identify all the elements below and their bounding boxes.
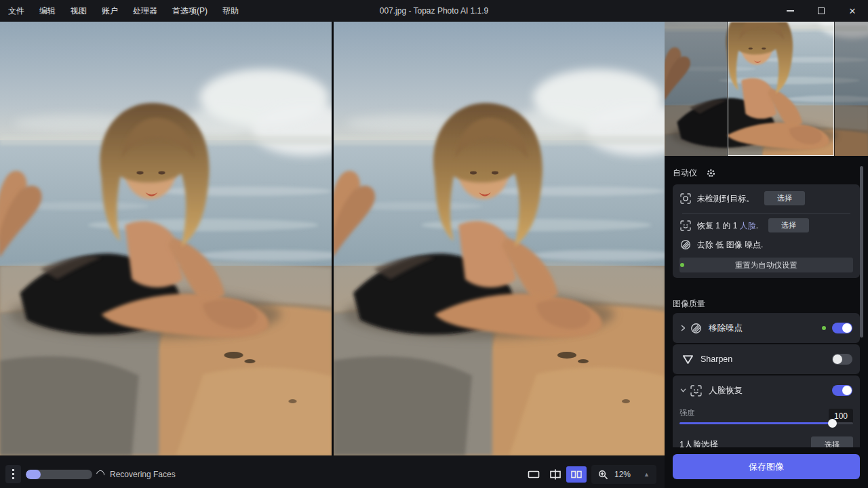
menu-processor[interactable]: 处理器 (133, 5, 157, 17)
progress-bar (26, 470, 92, 479)
noise-removal-row: 去除 低 图像 噪点. (680, 236, 854, 253)
minimize-icon (787, 10, 794, 12)
menu-file[interactable]: 文件 (8, 5, 24, 17)
preview-area (0, 22, 665, 455)
remove-noise-label: 移除噪点 (709, 323, 743, 334)
autopilot-title: 自动仪 (673, 167, 697, 179)
before-image (0, 22, 332, 455)
select-faces-button[interactable]: 选择 (768, 218, 809, 232)
divider (682, 213, 850, 214)
zoom-dropdown-caret-icon[interactable]: ▲ (644, 471, 650, 478)
noise-icon (680, 239, 691, 250)
sharpen-card[interactable]: Sharpen (673, 344, 860, 374)
noise-icon (690, 323, 702, 334)
sharpen-label: Sharpen (701, 354, 732, 364)
after-image-panel[interactable] (334, 22, 665, 455)
close-icon: ✕ (849, 7, 856, 16)
view-single-button[interactable] (524, 466, 544, 483)
subject-detect-icon (680, 193, 691, 204)
menu-account[interactable]: 账户 (102, 5, 118, 17)
face-recovery-row: 恢复 1 的 1 人脸. 选择 (680, 217, 854, 235)
right-sidebar: 自动仪 未检测到目标。 选择 恢复 1 的 1 人脸. 选择 (665, 22, 868, 488)
maximize-icon (818, 7, 825, 14)
save-area: 保存图像 (665, 447, 868, 488)
sidebar-scrollbar[interactable] (860, 166, 863, 338)
chevron-right-icon[interactable] (680, 325, 686, 331)
thumbnail-dim-left (665, 22, 728, 156)
select-subject-button[interactable]: 选择 (764, 191, 805, 205)
autopilot-header: 自动仪 (673, 167, 716, 179)
sharpen-toggle[interactable] (832, 354, 852, 365)
menu-edit[interactable]: 编辑 (39, 5, 56, 17)
subject-detection-row: 未检测到目标。 选择 (680, 190, 854, 207)
zoom-control[interactable]: 12% ▲ (591, 465, 656, 484)
zoom-in-icon (598, 470, 608, 480)
save-image-button[interactable]: 保存图像 (673, 454, 860, 479)
noise-level-text: 去除 低 图像 噪点. (697, 239, 763, 251)
close-button[interactable]: ✕ (837, 0, 868, 22)
thumbnail-viewport-box[interactable] (728, 22, 834, 156)
strength-slider[interactable] (679, 422, 853, 424)
chevron-down-icon[interactable] (680, 387, 686, 394)
bottom-toolbar: Recovering Faces 12% ▲ (0, 455, 665, 488)
remove-noise-toggle[interactable] (832, 323, 852, 333)
gear-icon[interactable] (706, 168, 716, 178)
sharpen-icon (682, 354, 694, 365)
title-bar: 文件 编辑 视图 账户 处理器 首选项(P) 帮助 007.jpg - Topa… (0, 0, 868, 22)
face-detect-icon (680, 220, 691, 231)
side-by-side-view-icon (570, 469, 583, 480)
kebab-icon (12, 469, 14, 471)
enabled-status-dot (822, 326, 826, 330)
progress-fill (26, 470, 41, 479)
remove-noise-card[interactable]: 移除噪点 (673, 313, 860, 343)
autopilot-card: 未检测到目标。 选择 恢复 1 的 1 人脸. 选择 去除 低 图像 噪点. 重… (673, 184, 860, 278)
menu-bar: 文件 编辑 视图 账户 处理器 首选项(P) 帮助 (0, 5, 239, 17)
faces-link[interactable]: 人脸 (740, 221, 756, 230)
image-quality-title: 图像质量 (673, 298, 705, 310)
strength-slider-fill (679, 422, 832, 424)
thumbnail-dim-right (834, 22, 868, 156)
strength-label: 强度 (679, 408, 694, 418)
minimize-button[interactable] (774, 0, 806, 22)
more-options-button[interactable] (5, 465, 21, 483)
no-target-text: 未检测到目标。 (697, 193, 754, 205)
menu-preferences[interactable]: 首选项(P) (172, 5, 208, 17)
menu-view[interactable]: 视图 (71, 5, 87, 17)
autopilot-status-dot (680, 263, 684, 267)
face-recovery-toggle[interactable] (832, 385, 852, 396)
window-controls: ✕ (774, 0, 868, 22)
faces-count-text: 恢复 1 的 1 人脸. (697, 220, 758, 232)
face-recovery-label: 人脸恢复 (709, 385, 743, 396)
face-detect-icon (690, 385, 702, 396)
view-side-by-side-button[interactable] (566, 466, 587, 483)
split-view-icon (549, 469, 562, 480)
spinner-icon (95, 469, 106, 481)
maximize-button[interactable] (806, 0, 837, 22)
menu-help[interactable]: 帮助 (222, 5, 239, 17)
view-split-button[interactable] (545, 466, 566, 483)
status-text: Recovering Faces (110, 470, 176, 479)
zoom-level: 12% (614, 470, 631, 479)
reset-to-autopilot-button[interactable]: 重置为自动仪设置 (679, 258, 853, 272)
after-image (334, 22, 665, 455)
strength-slider-handle[interactable] (828, 419, 837, 428)
navigator-thumbnail[interactable] (665, 22, 868, 156)
before-image-panel[interactable] (0, 22, 332, 455)
single-view-icon (527, 469, 540, 480)
